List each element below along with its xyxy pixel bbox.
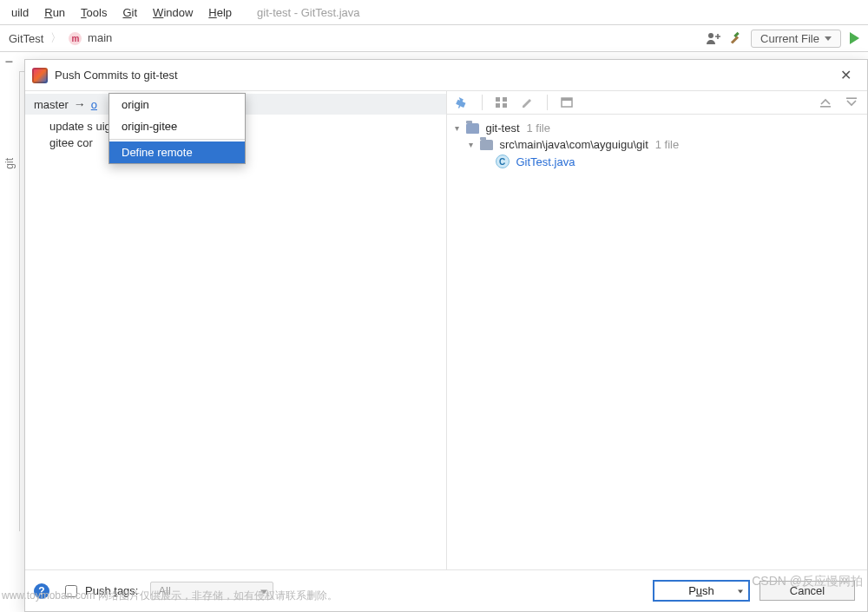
- watermark-csdn: CSDN @反应慢网拍: [752, 574, 863, 589]
- method-icon: m: [69, 32, 82, 45]
- folder-icon: [480, 140, 493, 150]
- push-commits-dialog: Push Commits to git-test ✕ master → o up…: [24, 59, 868, 612]
- arrow-right-icon: →: [74, 97, 86, 111]
- menu-window[interactable]: Window: [145, 3, 201, 22]
- popup-item-origin-gitee[interactable]: origin-gitee: [109, 115, 245, 137]
- close-icon[interactable]: ✕: [837, 65, 855, 85]
- window-title-path: git-test - GitTest.java: [257, 6, 359, 19]
- menu-run[interactable]: Run: [36, 3, 73, 22]
- svg-rect-2: [503, 97, 507, 102]
- menu-help[interactable]: Help: [201, 3, 240, 22]
- navigation-bar: GitTest 〉 m main Current File: [0, 25, 868, 52]
- pin-icon[interactable]: [453, 94, 471, 112]
- tool-window-stripe-left[interactable]: git: [0, 71, 20, 531]
- chevron-down-icon[interactable]: ▾: [452, 123, 463, 133]
- menu-tools[interactable]: Tools: [73, 3, 115, 22]
- toolbar-separator: [482, 95, 483, 110]
- push-button[interactable]: Push: [654, 581, 749, 601]
- collapse-marker-icon[interactable]: –: [5, 54, 13, 69]
- tree-file-label: GitTest.java: [516, 155, 575, 168]
- tree-path-count: 1 file: [655, 138, 679, 151]
- expand-all-icon[interactable]: [819, 95, 832, 109]
- svg-rect-4: [503, 103, 507, 108]
- popup-item-origin[interactable]: origin: [109, 94, 245, 115]
- breadcrumb-method-label: main: [88, 31, 112, 44]
- code-with-me-icon[interactable]: [706, 32, 721, 44]
- tree-root-label: git-test: [486, 122, 520, 135]
- changes-toolbar: [447, 91, 868, 115]
- intellij-icon: [32, 68, 48, 83]
- remote-link[interactable]: o: [91, 98, 97, 111]
- edit-icon[interactable]: [521, 95, 535, 109]
- watermark-footer: www.toymoban.com 网络图片仅供展示，非存储，如有侵权请联系删除。: [2, 589, 338, 603]
- svg-rect-1: [496, 97, 500, 102]
- chevron-down-icon[interactable]: [738, 589, 743, 593]
- commits-pane: master → o update s uigu/git/GitTest.jav…: [25, 91, 447, 569]
- menu-git[interactable]: Git: [115, 3, 145, 22]
- tree-path-label: src\main\java\com\ayguigu\git: [500, 138, 648, 151]
- popup-item-define-remote[interactable]: Define remote: [109, 141, 245, 163]
- tree-file-row[interactable]: C GitTest.java: [452, 153, 863, 170]
- main-menu-bar: uild Run Tools Git Window Help git-test …: [0, 0, 868, 25]
- dialog-title: Push Commits to git-test: [55, 69, 178, 82]
- svg-rect-7: [820, 106, 831, 108]
- tree-root-count: 1 file: [527, 122, 550, 135]
- chevron-down-icon[interactable]: ▾: [466, 140, 477, 149]
- svg-rect-8: [846, 97, 857, 99]
- svg-rect-3: [496, 103, 500, 108]
- remote-popup-menu: origin origin-gitee Define remote: [108, 93, 246, 164]
- project-folder-icon: [466, 123, 479, 134]
- tree-path-row[interactable]: ▾ src\main\java\com\ayguigu\git 1 file: [452, 136, 863, 153]
- run-configuration-selector[interactable]: Current File: [751, 30, 841, 48]
- tree-root-row[interactable]: ▾ git-test 1 file: [452, 120, 863, 136]
- changed-files-tree: ▾ git-test 1 file ▾ src\main\java\com\ay…: [447, 115, 868, 175]
- dialog-title-bar: Push Commits to git-test ✕: [25, 60, 867, 91]
- chevron-down-icon: [825, 36, 832, 41]
- java-class-icon: C: [496, 155, 510, 168]
- svg-point-0: [708, 33, 713, 38]
- breadcrumb-method[interactable]: m main: [65, 30, 115, 47]
- menu-build[interactable]: uild: [3, 3, 36, 22]
- build-icon[interactable]: [730, 32, 742, 44]
- run-config-label: Current File: [760, 32, 819, 45]
- collapse-all-icon[interactable]: [845, 95, 858, 109]
- toolbar-separator: [547, 95, 548, 110]
- popup-separator: [109, 139, 245, 140]
- preview-diff-icon[interactable]: [560, 95, 574, 109]
- group-by-icon[interactable]: [495, 95, 509, 109]
- svg-rect-6: [562, 98, 572, 101]
- git-tool-window-button[interactable]: git: [3, 158, 16, 169]
- changes-pane: ▾ git-test 1 file ▾ src\main\java\com\ay…: [447, 91, 868, 569]
- run-icon[interactable]: [850, 32, 859, 44]
- breadcrumb[interactable]: GitTest 〉 m main: [5, 30, 115, 47]
- breadcrumb-separator-icon: 〉: [50, 30, 62, 46]
- local-branch-label: master: [34, 98, 69, 111]
- breadcrumb-project[interactable]: GitTest: [5, 30, 47, 47]
